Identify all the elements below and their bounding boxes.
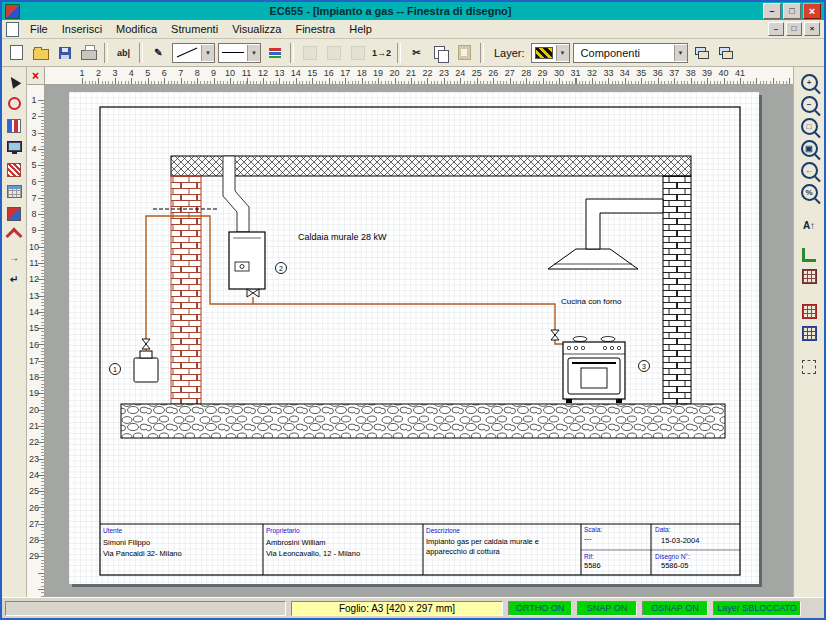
menu-file[interactable]: File: [23, 22, 55, 36]
titleblock-proprietario-name[interactable]: Ambrosini William: [266, 538, 326, 547]
selection-window-button[interactable]: [797, 356, 821, 377]
titleblock-descrizione-line2[interactable]: apparecchio di cottura: [426, 547, 501, 556]
tools-button[interactable]: [2, 225, 26, 246]
text-height-button[interactable]: A↑: [797, 215, 821, 236]
status-ortho-toggle[interactable]: ORTHO ON: [508, 601, 572, 616]
osnap-grid-button[interactable]: [797, 323, 821, 344]
menu-help[interactable]: Help: [342, 22, 379, 36]
left-brick-column[interactable]: [171, 176, 201, 404]
maximize-button[interactable]: [783, 3, 801, 19]
layer-name-select[interactable]: Componenti: [573, 43, 688, 63]
dropdown-arrow-icon[interactable]: [201, 45, 214, 61]
print-button[interactable]: [77, 42, 100, 64]
ruler-origin-button[interactable]: [27, 67, 45, 84]
menu-finestra[interactable]: Finestra: [288, 22, 342, 36]
callout-2[interactable]: 2: [276, 263, 287, 274]
minimize-button[interactable]: [763, 3, 781, 19]
linetype-select[interactable]: [172, 43, 215, 63]
zoom-in-button[interactable]: +: [797, 72, 821, 93]
status-snap-toggle[interactable]: SNAP ON: [577, 601, 637, 616]
mdi-minimize-button[interactable]: [768, 22, 784, 36]
text-tool-button[interactable]: ab|: [112, 42, 135, 64]
grid-settings-button[interactable]: [797, 266, 821, 287]
menu-inserisci[interactable]: Inserisci: [55, 22, 109, 36]
menu-visualizza[interactable]: Visualizza: [225, 22, 288, 36]
vruler-number: 18: [27, 372, 41, 382]
dropdown-arrow-icon[interactable]: [674, 45, 687, 61]
next-tool-button[interactable]: →: [2, 247, 26, 268]
linestyle-select[interactable]: [218, 43, 261, 63]
layer-properties-button[interactable]: [714, 42, 737, 64]
lower-row: 1234567891011121314151617181920212223242…: [27, 85, 793, 597]
layer-style-select-value: [535, 47, 553, 59]
zoom-scale-icon: %: [801, 184, 818, 201]
swap-button[interactable]: 1→2: [370, 42, 393, 64]
status-layer-lock[interactable]: Layer SBLOCCATO: [713, 601, 801, 616]
new-button[interactable]: [5, 42, 28, 64]
titleblock-descrizione-line1[interactable]: Impianto gas per caldaia murale e: [426, 537, 539, 546]
vruler-number: 17: [27, 356, 41, 366]
callout-1[interactable]: 1: [110, 364, 121, 375]
status-osnap-toggle[interactable]: OSNAP ON: [642, 601, 708, 616]
hatch-tool-button[interactable]: [2, 159, 26, 180]
vruler-number: 26: [27, 503, 41, 513]
return-tool-button[interactable]: ↵: [2, 269, 26, 290]
column-tool-button[interactable]: [2, 115, 26, 136]
menu-modifica[interactable]: Modifica: [109, 22, 164, 36]
drawing-canvas[interactable]: Caldaia murale 28 kW Cucina con forno 1 …: [69, 92, 759, 584]
line-color-button[interactable]: [263, 42, 286, 64]
titleblock-rif-value[interactable]: 5586: [584, 561, 601, 570]
zoom-extents-button[interactable]: ▣: [797, 138, 821, 159]
dropdown-arrow-icon[interactable]: [556, 45, 569, 61]
align-button[interactable]: [346, 42, 369, 64]
app-icon[interactable]: [5, 4, 20, 19]
cooker-label[interactable]: Cucina con forno: [561, 297, 622, 306]
line-color-icon: [269, 48, 281, 58]
drawing-area[interactable]: Caldaia murale 28 kW Cucina con forno 1 …: [45, 85, 793, 597]
cooker[interactable]: [563, 337, 625, 404]
group-button[interactable]: [298, 42, 321, 64]
copy-button[interactable]: [429, 42, 452, 64]
layers-dialog-button[interactable]: [690, 42, 713, 64]
component-tool-button[interactable]: [2, 93, 26, 114]
child-window-icon[interactable]: [6, 22, 19, 37]
titleblock-utente-addr[interactable]: Via Pancaldi 32- Milano: [103, 549, 182, 558]
zoom-previous-button[interactable]: ←: [797, 160, 821, 181]
boiler[interactable]: [229, 232, 265, 289]
snap-grid-button[interactable]: [797, 301, 821, 322]
preview-tool-button[interactable]: [2, 137, 26, 158]
wall-beam[interactable]: [171, 156, 691, 176]
palette-tool-button[interactable]: [2, 203, 26, 224]
ground-hatch[interactable]: [121, 404, 725, 438]
table-tool-button[interactable]: [2, 181, 26, 202]
zoom-out-button[interactable]: −: [797, 94, 821, 115]
paper[interactable]: Caldaia murale 28 kW Cucina con forno 1 …: [69, 92, 759, 584]
align-icon: [351, 46, 365, 60]
paste-button[interactable]: [453, 42, 476, 64]
cut-button[interactable]: ✂: [405, 42, 428, 64]
zoom-window-button[interactable]: □: [797, 116, 821, 137]
zoom-scale-button[interactable]: %: [797, 182, 821, 203]
titleblock-data-value[interactable]: 15-03-2004: [661, 536, 699, 545]
save-button[interactable]: [53, 42, 76, 64]
titleblock-scala-label: Scala:: [584, 526, 602, 533]
measure-button[interactable]: [797, 244, 821, 265]
titleblock-scala-value[interactable]: ---: [584, 534, 592, 543]
select-tool-button[interactable]: [2, 71, 26, 92]
close-button[interactable]: [803, 3, 821, 19]
menu-strumenti[interactable]: Strumenti: [164, 22, 225, 36]
dropdown-arrow-icon[interactable]: [247, 45, 260, 61]
titleblock-disegno-value[interactable]: 5586-05: [661, 561, 689, 570]
status-sheet[interactable]: Foglio: A3 [420 x 297 mm]: [291, 601, 503, 616]
layer-style-select[interactable]: [531, 43, 570, 63]
pencil-tool-button[interactable]: ✎: [147, 42, 170, 64]
right-brick-column[interactable]: [663, 176, 691, 404]
callout-3[interactable]: 3: [639, 361, 650, 372]
boiler-label[interactable]: Caldaia murale 28 kW: [298, 232, 387, 242]
ungroup-button[interactable]: [322, 42, 345, 64]
titleblock-proprietario-addr[interactable]: Via Leoncavallo, 12 - Milano: [266, 549, 360, 558]
open-button[interactable]: [29, 42, 52, 64]
mdi-close-button[interactable]: [804, 22, 820, 36]
titleblock-utente-name[interactable]: Simoni Filippo: [103, 538, 150, 547]
mdi-restore-button[interactable]: [786, 22, 802, 36]
